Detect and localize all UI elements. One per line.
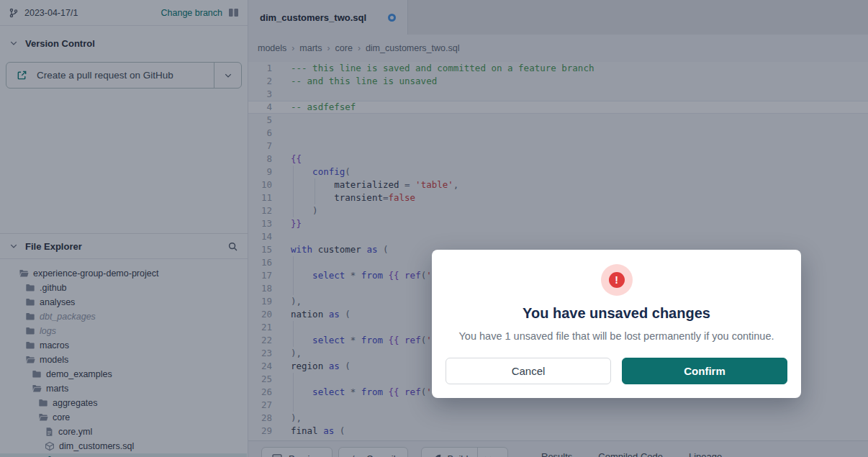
modal-body-text: You have 1 unsaved file that will be los… <box>432 330 801 342</box>
modal-title: You have unsaved changes <box>432 305 801 322</box>
cancel-button[interactable]: Cancel <box>446 358 611 384</box>
alert-icon: ! <box>601 264 633 296</box>
unsaved-changes-modal: ! You have unsaved changes You have 1 un… <box>432 250 801 398</box>
alert-exclamation: ! <box>609 272 625 288</box>
confirm-button[interactable]: Confirm <box>622 358 787 384</box>
modal-buttons: Cancel Confirm <box>446 358 787 384</box>
